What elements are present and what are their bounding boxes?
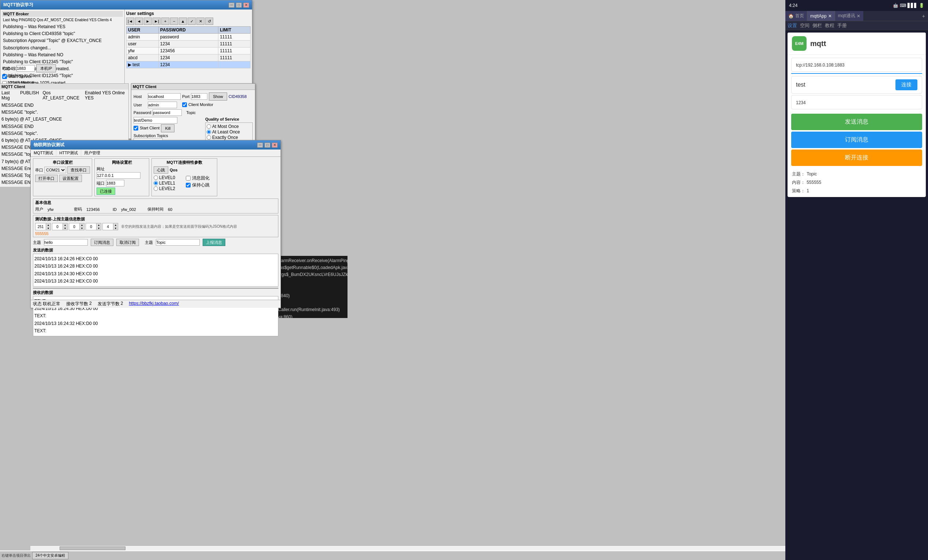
spinner-down-1[interactable]: ▼ — [63, 227, 67, 230]
spinner-down-2[interactable]: ▼ — [80, 227, 84, 230]
spinner-up-2[interactable]: ▲ — [80, 223, 84, 227]
spinner-up-1[interactable]: ▲ — [63, 223, 67, 227]
table-row[interactable]: yfw 123456 11111 — [127, 47, 250, 55]
scroll-thumb[interactable] — [60, 546, 125, 550]
toolbar-refresh[interactable]: ↺ — [205, 18, 213, 25]
show-button[interactable]: Show — [209, 93, 227, 100]
broker-close-btn[interactable]: ✕ — [243, 3, 249, 8]
spinner-down-3[interactable]: ▼ — [96, 227, 101, 230]
qos-exactly-once[interactable]: Exactly Once — [207, 135, 251, 140]
password-input[interactable] — [153, 109, 182, 116]
toolbar-play[interactable]: ► — [144, 18, 152, 25]
sent-data-section: 发送的数据 2024/10/13 16:24:26 HEX:C0 00 2024… — [33, 248, 278, 286]
toolbar-first[interactable]: |◄ — [126, 18, 134, 25]
iot-menu-users[interactable]: 用户管理 — [81, 149, 103, 157]
persist-checkbox[interactable] — [186, 176, 191, 181]
broker-maximize-btn[interactable]: □ — [236, 3, 242, 8]
topic-input[interactable] — [133, 117, 177, 123]
url-field[interactable]: tcp://192.168.0.108:1883 — [791, 58, 922, 72]
spinner-down-4[interactable]: ▼ — [113, 227, 118, 230]
nav-manual[interactable]: 手册 — [837, 22, 847, 29]
serial-port-select[interactable]: COM21 — [44, 167, 66, 173]
table-row[interactable]: ▶ test 1234 — [127, 61, 250, 68]
subscribe-msg-btn[interactable]: 订阅消息 — [791, 132, 922, 148]
nav-settings[interactable]: 设置 — [788, 22, 797, 29]
topic1-input[interactable] — [44, 239, 88, 246]
tab-close2[interactable]: ✕ — [857, 14, 860, 19]
toolbar-up[interactable]: ▲ — [179, 18, 187, 25]
send-msg-btn[interactable]: 发送消息 — [791, 114, 922, 130]
broker-minimize-btn[interactable]: ─ — [229, 3, 235, 8]
taskbar-item-0[interactable]: 24个中文安卓编程 — [32, 552, 69, 559]
start-server-checkbox[interactable] — [2, 74, 7, 79]
port-input[interactable] — [191, 93, 208, 100]
toolbar-cancel[interactable]: ✕ — [197, 18, 205, 25]
open-serial-btn[interactable]: 打开串口 — [35, 175, 58, 182]
iot-menu-http[interactable]: HTTP测试 — [56, 149, 81, 157]
port-label: Port — [182, 94, 189, 99]
qos-at-least-once[interactable]: At Least Once — [207, 129, 251, 134]
topic2-input[interactable] — [156, 239, 200, 246]
spinner-input-2[interactable] — [69, 223, 79, 230]
qos-at-most-once[interactable]: At Most Once — [207, 124, 251, 129]
nav-sidebar[interactable]: 侧栏 — [812, 22, 822, 29]
client-monitor-cb[interactable] — [182, 102, 187, 107]
spinner-input-4[interactable] — [103, 223, 113, 230]
kill-button[interactable]: Kill — [161, 124, 174, 132]
table-row[interactable]: abcd 1234 11111 — [127, 55, 250, 61]
battery-icon: 🔋 — [919, 3, 924, 8]
start-client-checkbox[interactable] — [133, 126, 138, 131]
nav-tutorial[interactable]: 教程 — [825, 22, 834, 29]
spinner-up-0[interactable]: ▲ — [46, 223, 50, 227]
local-ip-button[interactable]: 本机IP — [36, 64, 56, 72]
tab-homepage[interactable]: 🏠 首页 — [785, 11, 807, 21]
table-row[interactable]: user 1234 11111 — [127, 41, 250, 47]
report-btn[interactable]: 上报消息 — [203, 239, 225, 246]
qos-level0-option[interactable]: LEVEL0 — [154, 175, 183, 180]
toolbar-check[interactable]: ✓ — [188, 18, 196, 25]
iot-menu-mqtt[interactable]: MQTT测试 — [31, 149, 56, 157]
network-port-input[interactable] — [106, 180, 124, 186]
toolbar-minus[interactable]: − — [170, 18, 178, 25]
iot-maximize-btn[interactable]: □ — [264, 143, 270, 148]
home-icon: 🏠 — [788, 14, 794, 19]
new-tab-btn[interactable]: + — [921, 12, 926, 20]
disconnect-btn[interactable]: 断开连接 — [791, 149, 922, 166]
spinner-down-0[interactable]: ▼ — [46, 227, 50, 230]
spinner-input-0[interactable] — [35, 223, 46, 230]
tab-mqtt-comm[interactable]: mqtt通讯 ✕ — [835, 11, 863, 21]
toolbar-next[interactable]: ►| — [153, 18, 160, 25]
broker-port-input[interactable] — [17, 65, 35, 72]
host-input[interactable] — [148, 93, 181, 100]
iot-close-btn[interactable]: ✕ — [272, 143, 278, 148]
heartbeat-checkbox[interactable] — [186, 183, 191, 187]
qos-level1-option[interactable]: LEVEL1 — [154, 181, 183, 186]
spinner-up-4[interactable]: ▲ — [113, 223, 118, 227]
connected-btn[interactable]: 已连接 — [96, 187, 115, 195]
status-item: 状态 联机正常 — [33, 301, 60, 307]
iot-minimize-btn[interactable]: ─ — [257, 143, 263, 148]
table-row[interactable]: admin password 11111 — [127, 33, 250, 41]
heart-btn[interactable]: 心跳 — [154, 166, 168, 173]
user-input[interactable] — [148, 102, 177, 108]
nav-space[interactable]: 空间 — [800, 22, 809, 29]
spinner-input-1[interactable] — [52, 223, 63, 230]
qos-label-2: Exactly Once — [212, 135, 238, 140]
spinner-input-3[interactable] — [86, 223, 96, 230]
qos-options: At Most Once At Least Once Exactly Once — [205, 122, 253, 142]
find-serial-btn[interactable]: 查找串口 — [67, 166, 90, 173]
toolbar-add[interactable]: + — [161, 18, 169, 25]
network-ip-input[interactable] — [96, 172, 140, 179]
password-field[interactable]: 1234 — [791, 95, 922, 109]
qos-level2-option[interactable]: LEVEL2 — [154, 186, 183, 191]
connect-btn[interactable]: 连接 — [896, 79, 917, 90]
spinner-up-3[interactable]: ▲ — [96, 223, 101, 227]
status-url[interactable]: https://bbzfkj.taobao.com/ — [129, 301, 179, 307]
recv-value: 2 — [89, 301, 92, 307]
subscribe-btn[interactable]: 订阅消息 — [91, 239, 113, 246]
unsubscribe-btn[interactable]: 取消订阅 — [116, 239, 139, 246]
tab-close[interactable]: ✕ — [828, 14, 832, 19]
tab-mqttapp[interactable]: mqttApp ✕ — [807, 11, 835, 21]
serial-config-btn[interactable]: 设置配置 — [59, 175, 82, 182]
toolbar-prev[interactable]: ◄ — [135, 18, 143, 25]
